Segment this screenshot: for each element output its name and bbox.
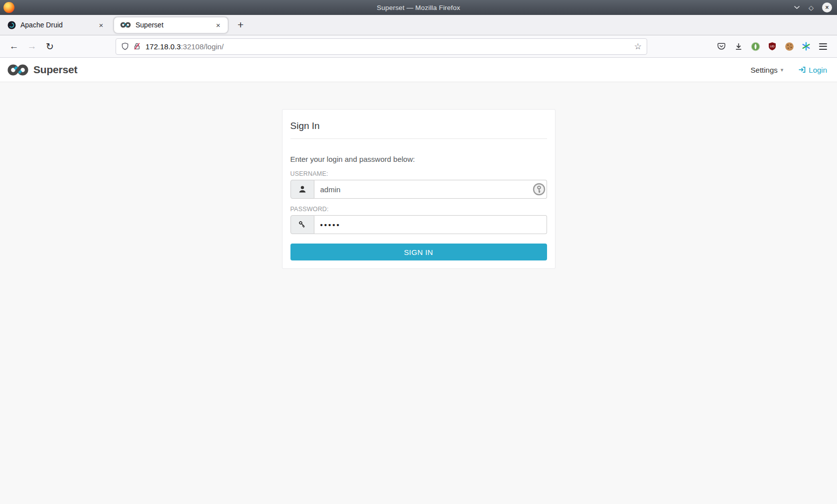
password-manager-icon[interactable] <box>533 183 546 196</box>
minimize-icon[interactable] <box>794 5 800 9</box>
url-bar[interactable]: 172.18.0.3:32108/login/ ☆ <box>116 38 647 55</box>
password-label: PASSWORD: <box>290 206 547 213</box>
chevron-down-icon: ▾ <box>781 67 784 73</box>
password-group <box>290 215 547 234</box>
insecure-connection-lock-icon[interactable] <box>133 42 141 50</box>
user-icon <box>298 185 307 194</box>
colorful-asterisk-extension-icon[interactable] <box>800 40 812 52</box>
url-host: 172.18.0.3 <box>145 42 181 51</box>
close-window-icon[interactable]: × <box>822 2 832 12</box>
forward-icon: → <box>24 38 40 54</box>
settings-menu[interactable]: Settings ▾ <box>751 66 784 74</box>
shield-badge-text: UD <box>770 44 775 48</box>
extension-toolbar: UD <box>715 40 829 52</box>
superset-logo-icon <box>7 63 29 77</box>
sign-in-card: Sign In Enter your login and password be… <box>282 109 556 269</box>
maximize-icon[interactable]: ◇ <box>809 4 814 11</box>
key-icon <box>298 220 307 229</box>
tab-superset[interactable]: Superset × <box>114 17 228 33</box>
cookie-extension-icon[interactable] <box>783 40 795 52</box>
username-input[interactable] <box>314 180 547 199</box>
username-group <box>290 180 547 199</box>
navigation-toolbar: ← → ↻ 172.18.0.3:32108/login/ ☆ <box>0 35 837 58</box>
username-addon <box>290 180 314 199</box>
tab-label: Superset <box>136 21 213 29</box>
url-text[interactable]: 172.18.0.3:32108/login/ <box>145 42 224 51</box>
superset-header: Superset Settings ▾ Login <box>0 58 837 82</box>
superset-favicon-icon <box>120 21 131 28</box>
pocket-save-icon[interactable] <box>715 40 727 52</box>
window-title: Superset — Mozilla Firefox <box>377 4 460 11</box>
tab-bar: Apache Druid × Superset × + <box>0 15 837 35</box>
sign-in-button[interactable]: SIGN IN <box>290 244 547 260</box>
brand-name: Superset <box>33 64 77 76</box>
download-icon[interactable] <box>732 40 744 52</box>
login-icon <box>798 66 806 74</box>
ublock-shield-icon[interactable]: UD <box>766 40 778 52</box>
tab-apache-druid[interactable]: Apache Druid × <box>1 17 111 33</box>
window-controls: ◇ × <box>794 0 832 15</box>
header-menu: Settings ▾ Login <box>751 66 830 74</box>
sign-in-instruction: Enter your login and password below: <box>290 155 547 163</box>
reload-icon[interactable]: ↻ <box>42 38 58 54</box>
close-tab-icon[interactable]: × <box>213 19 224 30</box>
firefox-icon <box>3 2 14 13</box>
header-login-link[interactable]: Login <box>798 66 827 74</box>
menu-hamburger-icon[interactable] <box>817 40 829 52</box>
tab-label: Apache Druid <box>20 21 96 29</box>
password-addon <box>290 215 314 234</box>
username-label: USERNAME: <box>290 170 547 177</box>
close-tab-icon[interactable]: × <box>96 19 107 30</box>
login-label: Login <box>809 66 827 74</box>
sign-in-title: Sign In <box>290 117 547 139</box>
settings-label: Settings <box>751 66 778 74</box>
new-tab-icon[interactable]: + <box>233 17 248 32</box>
firefox-window: Superset — Mozilla Firefox ◇ × Apache Dr… <box>0 0 837 504</box>
superset-brand[interactable]: Superset <box>7 63 77 77</box>
back-icon[interactable]: ← <box>6 38 22 54</box>
url-path: :32108/login/ <box>181 42 224 51</box>
window-titlebar: Superset — Mozilla Firefox ◇ × <box>0 0 837 15</box>
bookmark-star-icon[interactable]: ☆ <box>634 41 642 52</box>
druid-favicon-icon <box>7 21 16 29</box>
password-input[interactable] <box>314 215 547 234</box>
extension-green-icon[interactable] <box>749 40 761 52</box>
page-content: Sign In Enter your login and password be… <box>0 109 837 504</box>
tracking-protection-shield-icon[interactable] <box>121 42 129 50</box>
